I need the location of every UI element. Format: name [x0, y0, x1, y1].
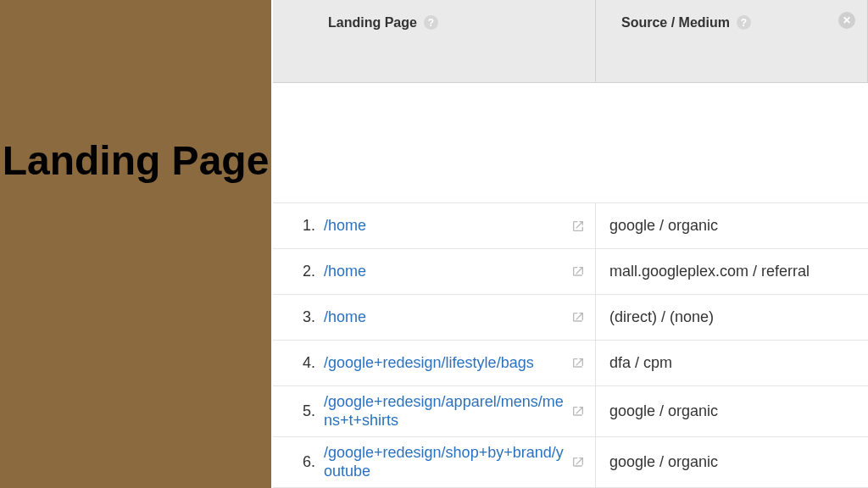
- cell-landing-page: 2. /home: [273, 249, 596, 294]
- cell-landing-page: 4. /google+redesign/lifestyle/bags: [273, 341, 596, 385]
- cell-source-medium: dfa / cpm: [596, 341, 868, 385]
- external-link-icon[interactable]: [570, 454, 587, 471]
- cell-landing-page: 3. /home: [273, 295, 596, 340]
- table-body: 1. /home google / organic 2. /home mall.…: [273, 203, 868, 488]
- row-number: 5.: [287, 402, 315, 420]
- help-icon[interactable]: ?: [737, 15, 751, 30]
- cell-landing-page: 5. /google+redesign/apparel/mens/mens+t+…: [273, 386, 596, 436]
- cell-landing-page: 1. /home: [273, 203, 596, 248]
- landing-page-link[interactable]: /home: [324, 263, 565, 281]
- landing-page-link[interactable]: /google+redesign/shop+by+brand/youtube: [324, 444, 565, 480]
- table-row: 5. /google+redesign/apparel/mens/mens+t+…: [273, 386, 868, 437]
- left-panel: Landing Page: [0, 0, 271, 488]
- cell-source-medium: mall.googleplex.com / referral: [596, 249, 868, 294]
- cell-source-medium: google / organic: [596, 203, 868, 248]
- table-row: 6. /google+redesign/shop+by+brand/youtub…: [273, 437, 868, 488]
- summary-row: [273, 83, 868, 203]
- cell-source-medium: google / organic: [596, 437, 868, 487]
- table-row: 1. /home google / organic: [273, 203, 868, 249]
- landing-page-link[interactable]: /home: [324, 217, 565, 236]
- column-label: Landing Page: [328, 15, 417, 30]
- table-row: 3. /home (direct) / (none): [273, 295, 868, 341]
- column-header-source-medium[interactable]: Source / Medium ? ✕: [596, 0, 868, 82]
- close-icon[interactable]: ✕: [838, 12, 855, 29]
- row-number: 2.: [287, 263, 315, 280]
- table-row: 4. /google+redesign/lifestyle/bags dfa /…: [273, 341, 868, 386]
- cell-landing-page: 6. /google+redesign/shop+by+brand/youtub…: [273, 437, 596, 487]
- landing-page-link[interactable]: /home: [324, 308, 565, 327]
- landing-page-link[interactable]: /google+redesign/lifestyle/bags: [324, 354, 565, 373]
- cell-source-medium: (direct) / (none): [596, 295, 868, 340]
- help-icon[interactable]: ?: [424, 15, 438, 30]
- external-link-icon[interactable]: [570, 263, 587, 280]
- column-header-landing-page[interactable]: Landing Page ?: [273, 0, 596, 82]
- external-link-icon[interactable]: [570, 218, 587, 235]
- external-link-icon[interactable]: [570, 355, 587, 372]
- cell-source-medium: google / organic: [596, 386, 868, 436]
- slide-title: Landing Page: [3, 136, 270, 186]
- external-link-icon[interactable]: [570, 309, 587, 326]
- external-link-icon[interactable]: [570, 403, 587, 420]
- row-number: 4.: [287, 354, 315, 372]
- row-number: 1.: [287, 217, 315, 235]
- landing-page-link[interactable]: /google+redesign/apparel/mens/mens+t+shi…: [324, 393, 565, 430]
- table-row: 2. /home mall.googleplex.com / referral: [273, 249, 868, 295]
- column-label: Source / Medium: [621, 15, 730, 30]
- analytics-table: Landing Page ? Source / Medium ? ✕ 1. /h…: [271, 0, 868, 488]
- table-header: Landing Page ? Source / Medium ? ✕: [273, 0, 868, 83]
- row-number: 6.: [287, 453, 315, 471]
- row-number: 3.: [287, 308, 315, 326]
